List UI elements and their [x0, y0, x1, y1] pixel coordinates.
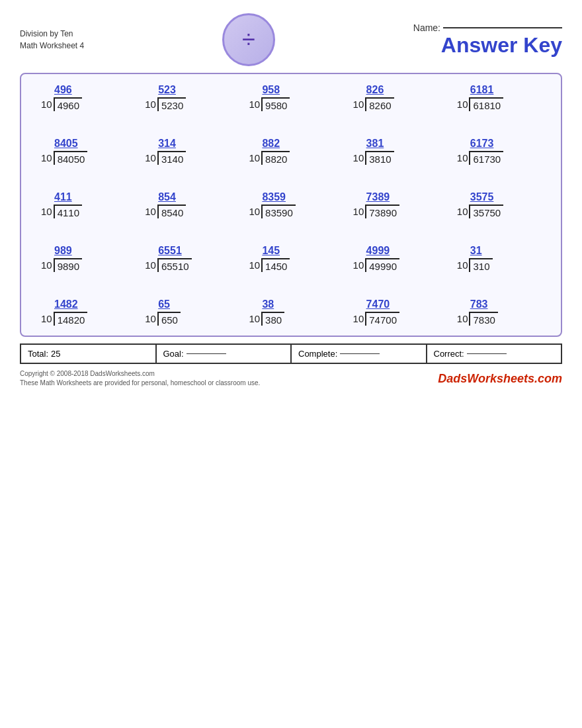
answer-8: 882	[249, 138, 280, 150]
answer-5: 6181	[457, 84, 494, 96]
divisor-3: 10	[249, 99, 260, 111]
problem-7: 314103140	[138, 138, 235, 165]
name-field[interactable]	[443, 27, 562, 28]
problem-2: 523105230	[138, 84, 235, 111]
problem-10: 61731061730	[450, 138, 548, 165]
division-row-6: 1084050	[41, 151, 87, 165]
division-row-14: 1073890	[353, 205, 399, 218]
division-row-1: 104960	[41, 97, 82, 111]
divisor-5: 10	[457, 99, 468, 111]
divisor-22: 10	[145, 313, 156, 326]
problem-1: 496104960	[34, 84, 132, 111]
divisor-7: 10	[145, 152, 156, 165]
copyright-line1: Copyright © 2008-2018 DadsWorksheets.com	[20, 369, 260, 379]
goal-cell: Goal:	[157, 345, 292, 363]
problem-20: 3110310	[450, 245, 548, 272]
complete-cell: Complete:	[292, 345, 427, 363]
answer-1: 496	[41, 84, 72, 96]
dividend-18: 1450	[261, 258, 290, 272]
division-row-10: 1061730	[457, 151, 503, 165]
problem-11: 411104110	[34, 191, 132, 218]
answer-13: 8359	[249, 191, 286, 203]
problem-3: 958109580	[242, 84, 339, 111]
problem-5: 61811061810	[450, 84, 548, 111]
problem-6: 84051084050	[34, 138, 132, 165]
answer-4: 826	[353, 84, 384, 96]
dividend-25: 7830	[469, 312, 497, 326]
correct-label: Correct:	[434, 349, 464, 359]
dividend-10: 61730	[469, 151, 503, 165]
complete-field[interactable]	[340, 353, 380, 354]
header-left: Division by Ten Math Worksheet 4	[20, 28, 84, 52]
dividend-20: 310	[469, 258, 492, 272]
answer-9: 381	[353, 138, 384, 150]
answer-25: 783	[457, 298, 488, 310]
dividend-14: 73890	[365, 205, 399, 218]
dividend-22: 650	[157, 312, 181, 326]
division-row-24: 1074700	[353, 312, 399, 326]
dividend-11: 4110	[54, 205, 82, 218]
problem-19: 49991049990	[347, 245, 444, 272]
header: Division by Ten Math Worksheet 4 ÷ Name:…	[20, 13, 562, 66]
total-cell: Total: 25	[21, 345, 157, 363]
divisor-11: 10	[41, 206, 52, 218]
goal-label: Goal:	[163, 349, 184, 359]
divisor-15: 10	[457, 206, 468, 218]
correct-cell: Correct:	[427, 345, 561, 363]
division-row-15: 1035750	[457, 205, 503, 218]
divisor-2: 10	[145, 99, 156, 111]
dividend-4: 8260	[365, 97, 394, 111]
dividend-6: 84050	[54, 151, 88, 165]
problem-4: 826108260	[347, 84, 444, 111]
division-row-16: 109890	[41, 258, 82, 272]
division-row-25: 107830	[457, 312, 498, 326]
divisor-13: 10	[249, 206, 260, 218]
problem-16: 989109890	[34, 245, 132, 272]
division-row-21: 1014820	[41, 312, 87, 326]
divisor-25: 10	[457, 313, 468, 326]
division-row-17: 1065510	[145, 258, 191, 272]
answer-19: 4999	[353, 245, 390, 257]
problem-15: 35751035750	[450, 191, 548, 218]
problem-14: 73891073890	[347, 191, 444, 218]
total-value: 25	[51, 349, 60, 359]
divisor-20: 10	[457, 259, 468, 272]
copyright-line2: These Math Worksheets are provided for p…	[20, 379, 260, 388]
goal-field[interactable]	[187, 353, 226, 354]
divisor-18: 10	[249, 259, 260, 272]
division-row-2: 105230	[145, 97, 186, 111]
dividend-24: 74700	[365, 312, 399, 326]
problem-23: 3810380	[242, 298, 339, 326]
division-row-8: 108820	[249, 151, 290, 165]
problem-9: 381103810	[347, 138, 444, 165]
divisor-16: 10	[41, 259, 52, 272]
dividend-7: 3140	[157, 151, 186, 165]
divisor-10: 10	[457, 152, 468, 165]
divisor-17: 10	[145, 259, 156, 272]
division-row-3: 109580	[249, 97, 290, 111]
problem-12: 854108540	[138, 191, 235, 218]
divisor-4: 10	[353, 99, 364, 111]
problems-grid: 4961049605231052309581095808261082606181…	[34, 84, 548, 326]
problem-22: 6510650	[138, 298, 235, 326]
dividend-13: 83590	[261, 205, 296, 218]
division-row-19: 1049990	[353, 258, 399, 272]
problem-17: 65511065510	[138, 245, 235, 272]
dividend-3: 9580	[261, 97, 290, 111]
division-row-13: 1083590	[249, 205, 295, 218]
name-label: Name:	[413, 23, 440, 33]
logo-circle: ÷	[222, 13, 275, 66]
dividend-17: 65510	[157, 258, 192, 272]
division-row-5: 1061810	[457, 97, 503, 111]
divisor-19: 10	[353, 259, 364, 272]
answer-6: 8405	[41, 138, 78, 150]
correct-field[interactable]	[467, 353, 507, 354]
answer-11: 411	[41, 191, 72, 203]
division-row-11: 104110	[41, 205, 82, 218]
title-line2: Math Worksheet 4	[20, 40, 84, 52]
totals-bar: Total: 25 Goal: Complete: Correct:	[20, 343, 562, 364]
title-line1: Division by Ten	[20, 28, 84, 40]
dividend-15: 35750	[469, 205, 503, 218]
divisor-6: 10	[41, 152, 52, 165]
division-row-4: 108260	[353, 97, 394, 111]
